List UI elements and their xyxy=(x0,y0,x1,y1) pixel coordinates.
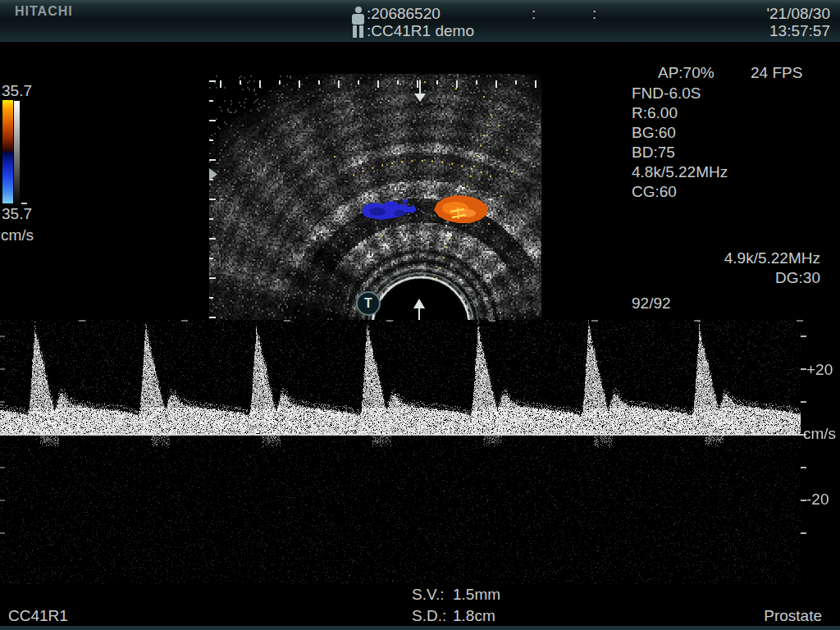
velocity-scale-max: 35.7 xyxy=(2,82,32,100)
person-icon-body xyxy=(352,14,364,25)
exam-type: Prostate xyxy=(764,607,822,625)
system-time: 13:57:57 xyxy=(766,22,830,39)
velocity-scale-unit: cm/s xyxy=(1,226,34,244)
bottom-strip xyxy=(0,626,840,630)
b-gain: BG:60 xyxy=(632,124,676,142)
person-icon-legs xyxy=(351,25,365,38)
gray-scale-end-tick xyxy=(21,203,27,204)
system-date: '21/08/30 xyxy=(766,5,830,22)
spectral-axis-unit: cm/s xyxy=(803,425,836,443)
datetime-block: '21/08/30 13:57:57 xyxy=(766,5,830,39)
preset-name: CC41R1 xyxy=(8,607,68,625)
doppler-gain: DG:30 xyxy=(724,268,820,288)
probe-orientation-marker: T xyxy=(356,291,381,316)
exam-label: :CC41R1 demo xyxy=(367,22,474,40)
sd-value: 1.8cm xyxy=(453,607,495,624)
frame-counter: 92/92 xyxy=(632,294,671,313)
color-prf-frequency: 4.8k/5.22MHz xyxy=(632,163,728,181)
spectral-axis-plus20: +20 xyxy=(806,361,833,379)
range-setting: R:6.00 xyxy=(632,104,678,122)
sv-label: S.V.: xyxy=(412,586,453,604)
ultrasound-screen: HITACHI :20686520 : : :CC41R1 demo '21/0… xyxy=(0,0,840,630)
color-gain: CG:60 xyxy=(632,183,677,201)
bmode-image xyxy=(209,74,541,320)
top-bar: HITACHI :20686520 : : :CC41R1 demo '21/0… xyxy=(0,0,840,42)
patient-id: :20686520 xyxy=(367,5,441,23)
field-separator-1: : xyxy=(532,5,536,23)
gray-scale-bar xyxy=(14,101,20,206)
spectral-display xyxy=(0,320,840,584)
person-icon-head xyxy=(355,7,362,13)
b-dynamic-range: BD:75 xyxy=(632,144,675,162)
sample-depth-row: S.D.:1.8cm xyxy=(412,607,495,625)
spectral-axis-minus20: -20 xyxy=(806,491,829,509)
hitachi-logo: HITACHI xyxy=(15,4,73,19)
sample-volume-row: S.V.:1.5mm xyxy=(412,586,500,604)
acoustic-power: AP:70% xyxy=(658,64,714,82)
field-separator-2: : xyxy=(592,5,596,23)
velocity-scale-min: 35.7 xyxy=(2,205,32,223)
frame-rate: 24 FPS xyxy=(751,64,802,82)
sv-value: 1.5mm xyxy=(453,586,500,603)
doppler-prf-frequency: 4.9k/5.22MHz xyxy=(724,249,820,268)
probe-name: FND-6.0S xyxy=(632,84,701,103)
doppler-param-block: 4.9k/5.22MHz DG:30 xyxy=(724,249,820,288)
sd-label: S.D.: xyxy=(412,607,453,625)
color-doppler-scale xyxy=(2,100,13,203)
person-icon xyxy=(351,7,365,38)
